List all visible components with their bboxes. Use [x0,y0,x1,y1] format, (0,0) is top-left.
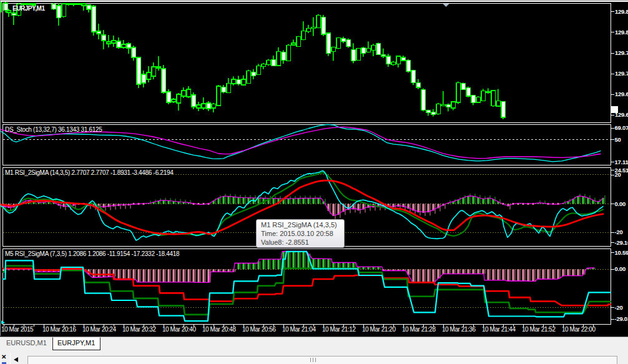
svg-text:10 Mar 20:16: 10 Mar 20:16 [42,326,76,333]
svg-text:-20: -20 [615,304,623,311]
svg-text:10 Mar 20:40: 10 Mar 20:40 [162,326,196,333]
svg-text:10 Mar 21:20: 10 Mar 21:20 [362,326,396,333]
svg-text:10 Mar 20:48: 10 Mar 20:48 [202,326,236,333]
svg-text:DS_Stoch (13,32,7) 36.1343 31.: DS_Stoch (13,32,7) 36.1343 31.6125 [5,126,102,133]
svg-text:EURJPY,M1: EURJPY,M1 [12,5,45,12]
svg-text:69.07: 69.07 [615,124,628,131]
svg-text:129.650: 129.650 [615,91,628,97]
svg-text:10 Mar 21:44: 10 Mar 21:44 [482,326,516,333]
svg-text:10.59: 10.59 [615,249,628,256]
svg-text:10 Mar 22:00: 10 Mar 22:00 [562,326,596,333]
svg-text:10 Mar 20:24: 10 Mar 20:24 [82,326,116,333]
svg-text:0.00: 0.00 [615,265,626,272]
svg-text:17.11: 17.11 [615,159,628,165]
svg-text:-20: -20 [615,229,623,235]
svg-text:10 Mar 20:56: 10 Mar 20:56 [242,326,276,333]
svg-text:0.00: 0.00 [615,200,626,207]
svg-text:10 Mar 20:32: 10 Mar 20:32 [122,326,156,333]
svg-text:M1 RSI_2SigMA (14,3,5) 2.7707: M1 RSI_2SigMA (14,3,5) 2.7707 2.7707 -1.… [5,169,174,176]
svg-text:M5 RSI_2SigMA (7,3,5) 1.2086 1: M5 RSI_2SigMA (7,3,5) 1.2086 1.2086 -11.… [5,250,180,257]
svg-text:10 Mar 21:04: 10 Mar 21:04 [282,326,316,333]
svg-text:10 Mar 21:52: 10 Mar 21:52 [522,326,556,333]
svg-text:129.700: 129.700 [615,70,628,77]
svg-text:129.750: 129.750 [615,49,628,56]
svg-text:10 Mar 21:36: 10 Mar 21:36 [442,326,476,333]
svg-text:129.800: 129.800 [615,29,628,36]
svg-text:10 Mar 21:12: 10 Mar 21:12 [322,326,356,333]
svg-text:10 Mar 2015: 10 Mar 2015 [1,326,34,333]
svg-text:-29.10: -29.10 [615,239,628,246]
svg-text:20: 20 [615,171,621,178]
svg-text:-29.03: -29.03 [615,315,628,322]
svg-text:50: 50 [615,136,621,143]
svg-text:10 Mar 21:28: 10 Mar 21:28 [402,326,436,333]
svg-text:129.850: 129.850 [615,8,628,15]
